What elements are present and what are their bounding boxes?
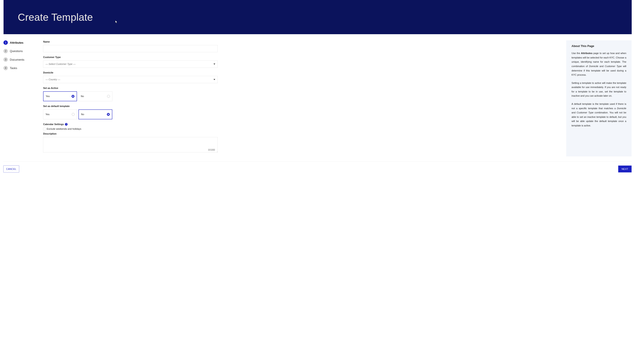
exclude-weekends-checkbox[interactable]: Exclude weekends and holidays xyxy=(43,128,218,130)
about-panel: About This Page Use the Attributes page … xyxy=(566,40,632,156)
chevron-down-icon xyxy=(213,64,215,65)
radio-icon xyxy=(72,113,75,116)
domicile-label: Domicile xyxy=(43,71,218,74)
step-questions[interactable]: 2 Questions xyxy=(4,49,41,54)
chevron-down-icon xyxy=(213,79,215,80)
step-badge: 1 xyxy=(4,40,8,45)
step-attributes[interactable]: 1 Attributes xyxy=(4,40,41,45)
wizard-footer: CANCEL NEXT xyxy=(4,162,632,172)
about-paragraph-2: Setting a template to active will make t… xyxy=(572,81,626,98)
step-badge: 4 xyxy=(4,66,8,70)
set-default-label: Set as default template xyxy=(43,105,218,108)
set-default-yes[interactable]: Yes xyxy=(43,110,77,119)
set-active-label: Set as Active xyxy=(43,87,218,90)
wizard-stepper: 1 Attributes 2 Questions 3 Documents 4 T… xyxy=(4,40,41,156)
set-default-no[interactable]: No xyxy=(79,110,112,119)
checkbox-icon xyxy=(43,128,46,130)
about-paragraph-1: Use the Attributes page to set up how an… xyxy=(572,51,626,77)
radio-label: No xyxy=(81,113,84,116)
about-title: About This Page xyxy=(572,44,626,48)
radio-label: Yes xyxy=(46,95,50,98)
step-tasks[interactable]: 4 Tasks xyxy=(4,66,41,70)
radio-label: Yes xyxy=(46,113,50,116)
radio-icon xyxy=(107,95,110,98)
name-label: Name xyxy=(43,40,218,43)
set-active-yes[interactable]: Yes xyxy=(43,91,77,101)
set-active-no[interactable]: No xyxy=(79,91,112,101)
domicile-placeholder: --- Country --- xyxy=(46,78,60,81)
attributes-form: Name Customer Type --- Select Customer T… xyxy=(43,40,218,156)
step-badge: 2 xyxy=(4,49,8,54)
help-icon[interactable]: ? xyxy=(65,123,68,126)
radio-icon xyxy=(72,95,74,98)
page-header: Create Template xyxy=(4,0,632,34)
description-label: Description xyxy=(43,132,218,135)
cursor-icon xyxy=(115,20,118,24)
customer-type-label: Customer Type xyxy=(43,56,218,59)
cancel-button[interactable]: CANCEL xyxy=(4,166,19,172)
about-paragraph-3: A default template is the template used … xyxy=(572,102,626,128)
radio-icon xyxy=(107,113,110,116)
calendar-settings-label: Calendar Settings ? xyxy=(43,123,218,126)
description-textarea[interactable] xyxy=(43,137,218,152)
exclude-weekends-label: Exclude weekends and holidays xyxy=(47,128,82,130)
domicile-select[interactable]: --- Country --- xyxy=(43,76,218,83)
step-label: Tasks xyxy=(10,66,17,70)
page-title: Create Template xyxy=(4,11,93,23)
step-label: Documents xyxy=(10,58,25,61)
next-button[interactable]: NEXT xyxy=(618,166,631,172)
step-label: Attributes xyxy=(10,41,24,44)
calendar-settings-text: Calendar Settings xyxy=(43,123,64,126)
name-input[interactable] xyxy=(43,45,218,52)
customer-type-placeholder: --- Select Customer Type --- xyxy=(46,63,76,66)
step-documents[interactable]: 3 Documents xyxy=(4,57,41,62)
radio-label: No xyxy=(81,95,84,98)
customer-type-select[interactable]: --- Select Customer Type --- xyxy=(43,60,218,68)
step-badge: 3 xyxy=(4,57,8,62)
step-label: Questions xyxy=(10,50,23,53)
